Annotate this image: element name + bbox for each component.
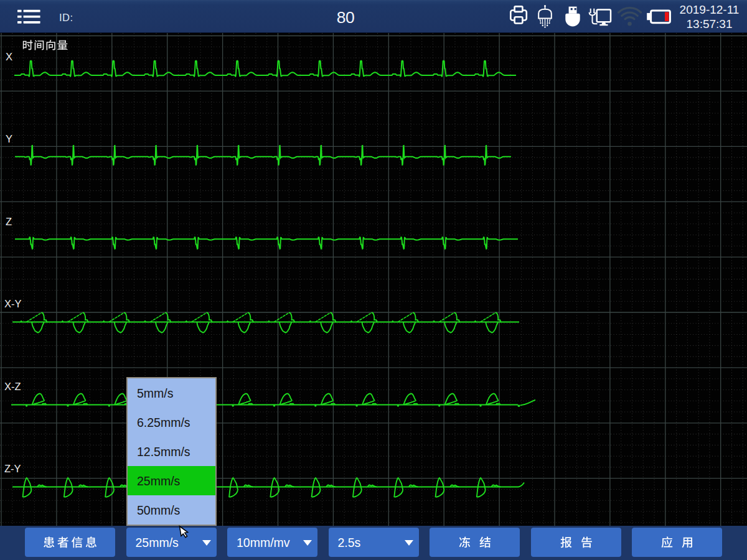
svg-text:10mm/mv: 10mm/mv bbox=[237, 536, 290, 549]
svg-text:2.5s: 2.5s bbox=[338, 536, 361, 549]
svg-text:25mm/s: 25mm/s bbox=[136, 536, 179, 549]
svg-text:12.5mm/s: 12.5mm/s bbox=[137, 445, 190, 459]
svg-text:25mm/s: 25mm/s bbox=[137, 474, 181, 488]
svg-text:50mm/s: 50mm/s bbox=[137, 503, 181, 517]
svg-text:5mm/s: 5mm/s bbox=[137, 386, 174, 400]
svg-text:6.25mm/s: 6.25mm/s bbox=[137, 416, 190, 429]
